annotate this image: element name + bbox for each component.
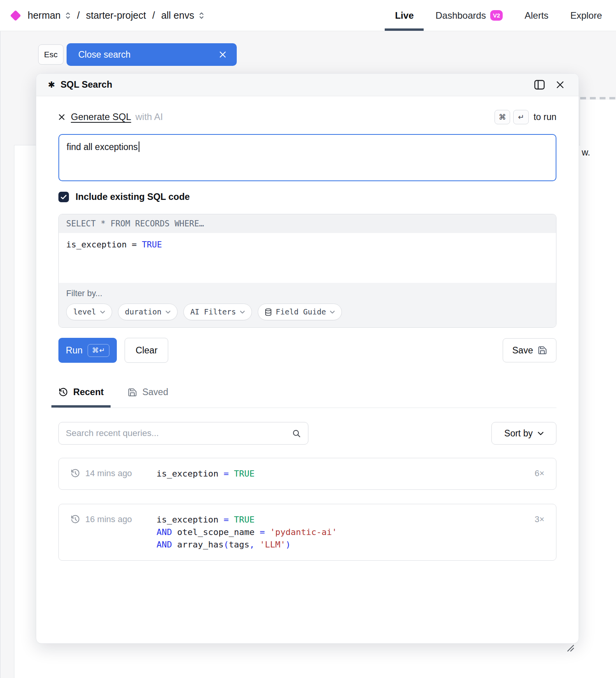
sql-token: array_has — [177, 540, 224, 549]
filter-chip-field-guide[interactable]: Field Guide — [258, 304, 342, 320]
run-shortcut-hint: ⌘↵ — [88, 344, 109, 357]
breadcrumb-environment[interactable]: all envs — [161, 10, 194, 21]
action-buttons: Run ⌘↵ Clear Save — [58, 338, 556, 363]
dock-panel-icon[interactable] — [534, 80, 545, 90]
save-floppy-icon — [128, 388, 137, 397]
chevron-down-icon — [240, 311, 245, 314]
sql-token: TRUE — [142, 240, 162, 249]
logfire-logo-icon — [10, 10, 21, 21]
breadcrumb-separator: / — [152, 10, 155, 21]
modal-title: SQL Search — [60, 79, 112, 90]
search-recent-input[interactable] — [66, 428, 292, 438]
with-ai-label: with AI — [136, 111, 163, 122]
breadcrumb-project[interactable]: starter-project — [86, 10, 146, 21]
chevron-down-icon — [330, 311, 335, 314]
left-edge-line-lower — [0, 31, 0, 678]
close-icon — [219, 51, 227, 58]
nav-item-alerts[interactable]: Alerts — [524, 0, 548, 31]
sql-token: is_exception — [157, 469, 224, 478]
sort-by-button[interactable]: Sort by — [491, 422, 556, 445]
database-icon — [265, 308, 272, 316]
nav-item-live[interactable]: Live — [395, 0, 414, 31]
save-floppy-icon — [538, 346, 547, 355]
env-switcher-icon[interactable] — [199, 11, 204, 20]
include-sql-row: Include existing SQL code — [58, 192, 556, 202]
close-search-button[interactable]: Close search — [67, 43, 237, 66]
sql-token: TRUE — [234, 469, 255, 478]
chevron-down-icon — [165, 311, 171, 314]
history-tabs: Recent Saved — [58, 387, 556, 408]
tab-saved[interactable]: Saved — [128, 387, 168, 397]
generate-sql-link[interactable]: Generate SQL — [71, 111, 131, 122]
sql-token: = — [224, 515, 234, 524]
org-switcher-icon[interactable] — [65, 11, 71, 20]
recent-search-box[interactable] — [58, 422, 308, 445]
sql-token: = — [224, 469, 234, 478]
sql-token: ) — [285, 540, 290, 549]
query-run-count: 3× — [535, 514, 544, 525]
sql-editor-code[interactable]: is_exception = TRUE — [59, 233, 556, 283]
ai-prompt-input[interactable]: find all exceptions — [58, 134, 556, 181]
sparkle-asterisk-icon: ✱ — [48, 80, 55, 90]
recent-query-list: 14 mins agois_exception = TRUE6×16 mins … — [58, 458, 556, 561]
modal-body: Generate SQL with AI ⌘ ↵ to run find all… — [36, 109, 579, 657]
enter-key: ↵ — [513, 110, 529, 124]
clear-button[interactable]: Clear — [125, 338, 168, 363]
query-timestamp: 16 mins ago — [85, 514, 151, 525]
filter-by-label: Filter by... — [66, 289, 549, 298]
include-sql-label: Include existing SQL code — [76, 192, 190, 202]
sql-editor-header: SELECT * FROM RECORDS WHERE… — [59, 214, 556, 233]
sql-token: AND — [157, 527, 177, 537]
query-sql-line: is_exception = TRUE — [157, 514, 527, 526]
active-tab-underline — [385, 28, 424, 31]
include-sql-checkbox[interactable] — [58, 192, 69, 202]
nav-menu: Live Dashboards V2 Alerts Explore — [395, 0, 602, 31]
to-run-label: to run — [533, 112, 556, 122]
background-dashed-trace — [580, 97, 616, 99]
query-sql-line: is_exception = TRUE — [157, 468, 527, 480]
search-icon — [292, 429, 301, 438]
sql-token: 'pydantic-ai' — [270, 527, 337, 537]
nav-item-explore[interactable]: Explore — [570, 0, 602, 31]
chevron-down-icon — [100, 311, 105, 314]
background-panel-strip — [580, 100, 616, 678]
sql-token: AND — [157, 540, 177, 549]
close-modal-icon[interactable] — [556, 80, 565, 89]
resize-handle[interactable] — [565, 643, 574, 653]
history-icon — [70, 468, 80, 478]
sql-token: 'LLM' — [260, 540, 285, 549]
sql-token: is_exception — [157, 515, 224, 524]
breadcrumb: herman / starter-project / all envs — [12, 0, 204, 31]
query-sql-line: AND array_has(tags, 'LLM') — [157, 539, 527, 551]
background-clipped-text: w. — [582, 147, 590, 158]
chevron-down-icon — [538, 432, 544, 435]
cmd-key: ⌘ — [495, 110, 510, 124]
tab-recent[interactable]: Recent — [58, 387, 104, 397]
breadcrumb-org[interactable]: herman — [28, 10, 61, 21]
shortcut-keys: ⌘ ↵ — [495, 110, 529, 124]
filter-chips: level duration AI Filters Field Guide — [66, 304, 549, 320]
sql-token: , — [249, 540, 260, 549]
filter-chip-level[interactable]: level — [66, 304, 112, 320]
query-sql: is_exception = TRUE — [157, 468, 527, 480]
query-sql: is_exception = TRUEAND otel_scope_name =… — [157, 514, 527, 551]
sql-search-modal: ✱ SQL Search Generate SQL with AI ⌘ ↵ to… — [36, 73, 579, 644]
query-sql-line: AND otel_scope_name = 'pydantic-ai' — [157, 526, 527, 539]
text-caret — [139, 141, 139, 152]
v2-badge: V2 — [490, 10, 503, 21]
nav-item-dashboards[interactable]: Dashboards V2 — [435, 0, 503, 31]
top-nav: herman / starter-project / all envs Live… — [0, 0, 616, 31]
sql-token: is_exception = — [66, 240, 142, 249]
esc-key-hint[interactable]: Esc — [38, 44, 63, 65]
filter-chip-ai-filters[interactable]: AI Filters — [183, 304, 252, 320]
breadcrumb-separator: / — [77, 10, 80, 21]
cancel-generate-icon[interactable] — [58, 114, 65, 120]
run-button[interactable]: Run ⌘↵ — [58, 338, 117, 363]
filter-chip-duration[interactable]: duration — [118, 304, 178, 320]
recent-query-row[interactable]: 14 mins agois_exception = TRUE6× — [58, 458, 556, 490]
query-run-count: 6× — [535, 468, 544, 479]
sql-token: TRUE — [234, 515, 255, 524]
recent-query-row[interactable]: 16 mins agois_exception = TRUEAND otel_s… — [58, 504, 556, 561]
sql-token: = — [260, 527, 270, 537]
save-button[interactable]: Save — [503, 338, 556, 362]
